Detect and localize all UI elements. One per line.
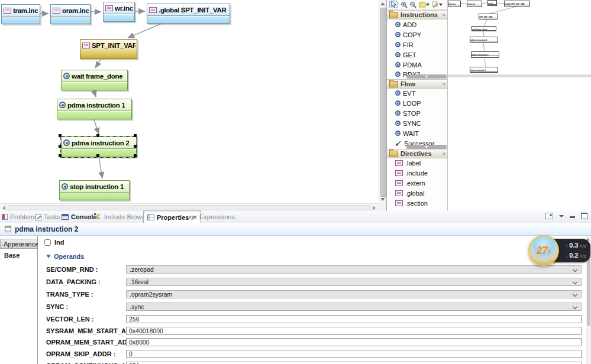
canvas-vertical-scrollbar[interactable] [379, 0, 386, 203]
palette-item-evt[interactable]: EVT [387, 89, 448, 97]
palette-item-loop[interactable]: LOOP [387, 99, 448, 107]
node-wait-frame-done[interactable]: wait frame_done [61, 70, 128, 90]
selection-handle[interactable] [134, 145, 137, 148]
instruction-icon [395, 22, 401, 27]
palette-item-copy[interactable]: COPY [387, 31, 448, 38]
scroll-right-icon[interactable] [373, 206, 376, 210]
palette-item-sync[interactable]: SYNC [387, 119, 448, 127]
node-spt-init-var[interactable]: SPT_INIT_VAR [80, 39, 137, 59]
zoom-in-button[interactable] [400, 1, 408, 8]
chevron-down-icon[interactable] [426, 4, 429, 6]
instruction-icon [63, 139, 70, 146]
tasks-icon [35, 214, 41, 220]
outline-mini-node: SPT_INIT_VAR [479, 14, 498, 20]
node-label: pdma instruction 1 [67, 102, 125, 109]
opram-skip-addr-input[interactable] [126, 350, 582, 358]
node-label: .global SPT_INIT_VAR [159, 6, 227, 14]
chevron-down-icon[interactable] [439, 4, 443, 6]
node-global-spt-init-var[interactable]: .global SPT_INIT_VAR [147, 4, 230, 24]
palette-drawer-directives[interactable]: Directives « [387, 149, 448, 158]
sync-dropdown[interactable]: .sync [126, 303, 582, 311]
pin-drawer-icon[interactable]: « [442, 12, 445, 18]
palette-toolbar [387, 0, 447, 10]
instruction-icon [395, 100, 401, 106]
scroll-up-icon[interactable] [380, 2, 385, 5]
node-stop-instruction-1[interactable]: stop instruction 1 [59, 180, 130, 200]
node-wr-inc[interactable]: wr.inc [103, 2, 135, 22]
opram-continuous-addr-input[interactable] [126, 362, 582, 364]
tab-tasks[interactable]: Tasks [35, 211, 60, 223]
chevron-down-icon [573, 280, 577, 284]
tab-console[interactable]: Console [62, 211, 96, 223]
palette-item-stop[interactable]: STOP [387, 109, 448, 117]
palette-item-label[interactable]: .label [387, 159, 448, 167]
ind-checkbox[interactable] [44, 239, 51, 246]
palette-item-global[interactable]: .global [387, 189, 448, 197]
selection-handle[interactable] [59, 145, 62, 148]
pin-drawer-icon[interactable]: « [442, 151, 445, 157]
selection-handle[interactable] [59, 154, 62, 157]
outline-viewport-strip [448, 74, 591, 77]
vector-len-input[interactable] [126, 315, 582, 323]
speed-ball-widget[interactable]: 27s [528, 235, 559, 266]
view-menu-icon[interactable] [559, 215, 564, 217]
field-row: OPRAM_CONTINUOUS_ADDR : [38, 362, 586, 364]
sysram-mem-start-addr-input[interactable] [126, 327, 582, 335]
se-comp-rnd-dropdown[interactable]: .zeropad [126, 265, 582, 274]
opram-mem-start-addr-input[interactable] [126, 338, 582, 346]
palette-item-section[interactable]: .section [387, 199, 448, 207]
directive-icon [53, 8, 60, 14]
node-pdma-instruction-1[interactable]: pdma instruction 1 [57, 99, 132, 119]
palette-item-wait[interactable]: WAIT [387, 129, 448, 137]
field-label: SYNC : [46, 303, 68, 310]
instruction-icon [395, 110, 401, 116]
palette-item-get[interactable]: GET [387, 51, 448, 58]
trans-type-dropdown[interactable]: .opram2sysram [126, 290, 582, 298]
selection-handle[interactable] [96, 154, 99, 157]
tab-expressions[interactable]: xyExpressions [189, 211, 235, 223]
diagram-canvas[interactable]: tram.inc oram.inc wr.inc .global SPT_INI… [0, 0, 386, 212]
palette-drawer-instructions[interactable]: Instructions « [387, 10, 448, 20]
drawer-label: Instructions [401, 11, 438, 18]
drawer-scroll-down[interactable] [406, 145, 447, 149]
maximize-icon[interactable] [581, 213, 587, 219]
pin-drawer-icon[interactable]: « [442, 81, 445, 87]
tab-appearance[interactable]: Appearance [0, 239, 37, 249]
selection-handle[interactable] [96, 134, 99, 137]
tab-include-browser[interactable]: EInclude Browser [95, 211, 151, 223]
field-label: SE/COMP_RND : [46, 266, 98, 273]
node-oram-inc[interactable]: oram.inc [50, 4, 91, 24]
scroll-left-icon[interactable] [2, 206, 5, 210]
instruction-icon [63, 73, 70, 79]
palette-item-pdma[interactable]: PDMA [387, 61, 448, 69]
zoom-out-button[interactable] [409, 1, 417, 8]
outline-overview[interactable]: tram.inc oram.inc wr.inc .global SPT_INI… [447, 0, 591, 212]
pin-view-icon[interactable] [545, 213, 553, 219]
scroll-down-icon[interactable] [380, 198, 385, 201]
drawer-scroll-down[interactable] [406, 74, 447, 79]
properties-icon [147, 214, 154, 220]
node-tram-inc[interactable]: tram.inc [1, 4, 40, 24]
directive-icon [395, 180, 403, 186]
operands-section-header[interactable]: Operands [46, 253, 84, 260]
palette-item-include[interactable]: .include [387, 169, 448, 177]
note-tool-button[interactable] [418, 1, 427, 8]
selection-handle[interactable] [134, 134, 137, 137]
palette-item-add[interactable]: ADD [387, 21, 448, 28]
palette-item-fir[interactable]: FIR [387, 41, 448, 48]
minimize-icon[interactable] [570, 216, 575, 218]
palette-item-extern[interactable]: .extern [387, 179, 448, 187]
selection-handle[interactable] [59, 134, 62, 137]
marker-tool-button[interactable] [431, 1, 439, 8]
palette-drawer-flow[interactable]: Flow « [387, 79, 448, 89]
tab-base[interactable]: Base [1, 251, 38, 261]
field-row: OPRAM_SKIP_ADDR : [38, 350, 586, 359]
tab-problems[interactable]: Problems [2, 211, 37, 223]
node-label: pdma instruction 2 [72, 139, 129, 147]
selection-handle[interactable] [134, 154, 137, 157]
select-tool-button[interactable] [389, 1, 398, 8]
marker-icon [431, 1, 438, 8]
node-label: oram.inc [62, 7, 89, 14]
data-packing-dropdown[interactable]: .16real [126, 278, 582, 286]
node-label: stop instruction 1 [70, 183, 124, 190]
